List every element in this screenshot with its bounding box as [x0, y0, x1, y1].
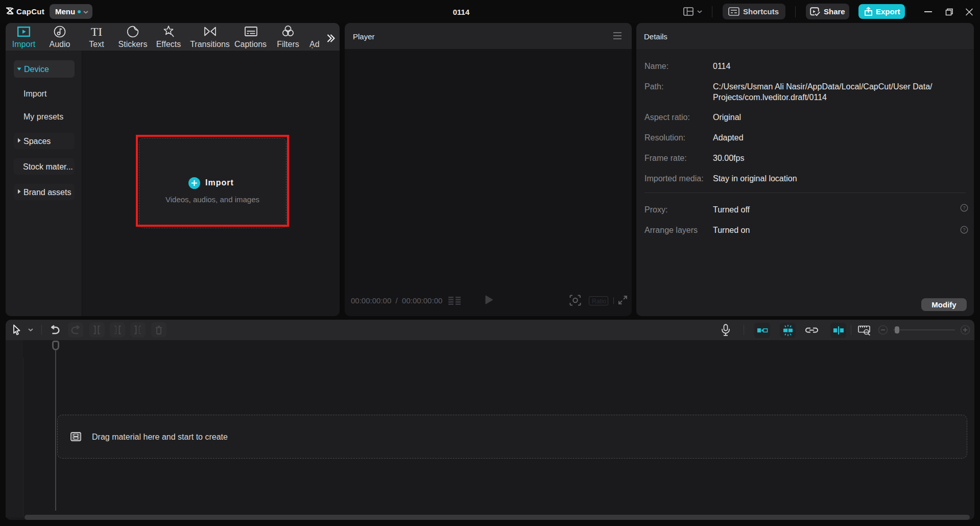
svg-text:?: ? — [963, 205, 965, 210]
svg-text:?: ? — [963, 227, 965, 232]
